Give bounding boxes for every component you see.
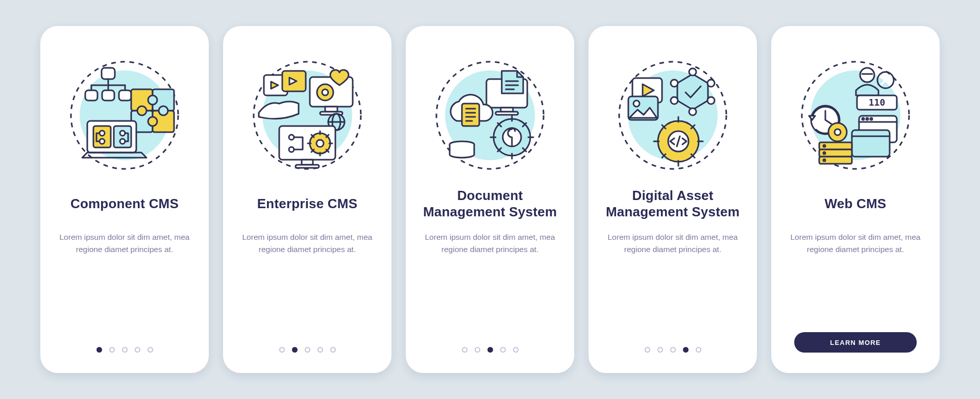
dot[interactable]	[657, 347, 663, 353]
svg-rect-123	[819, 149, 852, 157]
svg-point-18	[148, 117, 157, 126]
card-description: Lorem ipsum dolor sit dim amet, mea regi…	[424, 231, 556, 256]
svg-point-85	[689, 108, 696, 115]
svg-text:110: 110	[869, 97, 886, 108]
dot[interactable]	[500, 347, 506, 353]
svg-point-36	[322, 89, 328, 95]
pagination-dots	[645, 347, 701, 353]
dot[interactable]	[462, 347, 468, 353]
card-title: Digital Asset Management System	[602, 185, 744, 222]
dot[interactable]	[96, 347, 102, 353]
digital-asset-icon	[614, 57, 731, 174]
svg-rect-2	[102, 68, 115, 79]
dot[interactable]	[475, 347, 480, 353]
svg-point-114	[835, 129, 841, 135]
svg-rect-42	[296, 165, 319, 168]
card-enterprise-cms: Enterprise CMS Lorem ipsum dolor sit dim…	[223, 26, 391, 373]
dot[interactable]	[670, 347, 676, 353]
pagination-dots	[279, 347, 336, 353]
svg-rect-122	[819, 142, 852, 149]
svg-point-86	[671, 97, 678, 104]
dot[interactable]	[148, 347, 153, 353]
card-description: Lorem ipsum dolor sit dim amet, mea regi…	[606, 231, 739, 256]
svg-rect-9	[102, 90, 114, 101]
dot[interactable]	[279, 347, 285, 353]
card-title: Component CMS	[70, 185, 179, 222]
dot[interactable]	[696, 347, 701, 353]
web-cms-icon: 110	[797, 57, 914, 174]
dot[interactable]	[683, 347, 689, 353]
learn-more-button[interactable]: LEARN MORE	[794, 332, 917, 353]
dot[interactable]	[305, 347, 310, 353]
dot[interactable]	[330, 347, 336, 353]
dot[interactable]	[135, 347, 140, 353]
svg-rect-120	[852, 130, 890, 157]
svg-point-15	[148, 95, 157, 105]
enterprise-cms-icon	[249, 57, 366, 174]
svg-point-83	[707, 80, 715, 87]
svg-rect-8	[85, 90, 97, 101]
card-document-management: Document Management System Lorem ipsum d…	[406, 26, 574, 373]
pagination-dots	[96, 347, 153, 353]
card-digital-asset: Digital Asset Management System Lorem ip…	[589, 26, 757, 373]
card-description: Lorem ipsum dolor sit dim amet, mea regi…	[58, 231, 191, 256]
svg-rect-124	[819, 157, 852, 164]
svg-point-84	[707, 97, 715, 104]
card-title: Web CMS	[825, 185, 887, 222]
dot[interactable]	[292, 347, 298, 353]
card-title: Document Management System	[419, 185, 561, 222]
card-title: Enterprise CMS	[257, 185, 357, 222]
svg-point-87	[671, 80, 678, 87]
dot[interactable]	[513, 347, 519, 353]
svg-point-16	[137, 106, 146, 115]
dot[interactable]	[109, 347, 115, 353]
card-description: Lorem ipsum dolor sit dim amet, mea regi…	[241, 231, 374, 256]
dot[interactable]	[645, 347, 650, 353]
svg-point-17	[159, 106, 168, 115]
card-component-cms: Component CMS Lorem ipsum dolor sit dim …	[40, 26, 209, 373]
svg-point-46	[316, 140, 324, 147]
svg-point-82	[689, 68, 696, 76]
component-cms-icon	[66, 57, 183, 174]
pagination-dots	[462, 347, 519, 353]
svg-rect-10	[119, 90, 131, 101]
card-web-cms: 110	[771, 26, 940, 373]
svg-point-91	[633, 101, 640, 107]
svg-rect-63	[462, 104, 479, 126]
dot[interactable]	[317, 347, 323, 353]
dot[interactable]	[487, 347, 493, 353]
svg-rect-59	[496, 112, 518, 115]
dot[interactable]	[122, 347, 128, 353]
document-management-icon	[431, 57, 549, 174]
card-description: Lorem ipsum dolor sit dim amet, mea regi…	[789, 231, 922, 256]
svg-point-105	[860, 68, 874, 82]
